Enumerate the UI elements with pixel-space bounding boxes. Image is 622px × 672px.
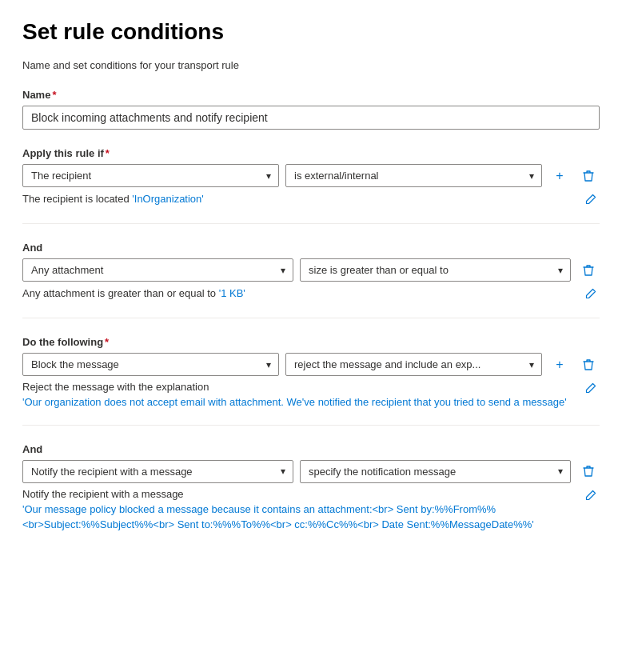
divider-3 (22, 425, 600, 426)
apply-rule-desc-text: The recipient is located 'InOrganization… (22, 193, 204, 205)
page-title: Set rule conditions (22, 19, 600, 45)
do-following-edit-button[interactable] (582, 381, 600, 398)
apply-rule-section: Apply this rule if* The recipient The se… (22, 147, 600, 209)
and1-condition2-wrapper: size is greater than or equal to size is… (300, 258, 571, 282)
and1-section: And Any attachment The recipient The sen… (22, 242, 600, 303)
do-following-delete-icon-svg (583, 358, 594, 371)
apply-rule-condition1-wrapper: The recipient The sender Any attachment … (22, 164, 279, 187)
and1-condition2-select[interactable]: size is greater than or equal to size is… (300, 258, 571, 282)
and2-edit-button[interactable] (582, 488, 600, 505)
do-following-add-button[interactable]: + (548, 354, 571, 376)
name-section: Name* (22, 89, 600, 130)
and2-condition1-wrapper: Notify the recipient with a message Noti… (22, 460, 293, 483)
and2-delete-icon-svg (583, 465, 594, 478)
name-label: Name (22, 89, 50, 101)
apply-rule-required: * (106, 147, 110, 159)
do-following-desc-label: Reject the message with the explanation (22, 381, 582, 393)
delete-icon-svg (583, 170, 594, 182)
do-following-section: Do the following* Block the message Redi… (22, 336, 600, 410)
do-following-description: Reject the message with the explanation … (22, 381, 600, 410)
apply-rule-label: Apply this rule if (22, 147, 104, 159)
do-following-required: * (105, 336, 109, 348)
and1-delete-button[interactable] (577, 259, 600, 282)
and2-edit-icon-svg (585, 490, 596, 501)
and2-section: And Notify the recipient with a message … (22, 443, 600, 533)
divider-1 (22, 223, 600, 224)
do-following-condition2-select[interactable]: reject the message and include an exp...… (285, 353, 542, 376)
and2-description: Notify the recipient with a message 'Our… (22, 488, 600, 533)
do-following-condition1-select[interactable]: Block the message Redirect the message A… (22, 353, 279, 376)
and1-delete-icon-svg (583, 264, 594, 277)
and1-controls: Any attachment The recipient The sender … (22, 258, 600, 282)
and1-label: And (22, 242, 600, 254)
edit-icon-svg (585, 194, 596, 205)
and1-condition1-select[interactable]: Any attachment The recipient The sender … (22, 258, 293, 282)
and1-desc-link[interactable]: '1 KB' (219, 287, 245, 299)
apply-rule-condition2-select[interactable]: is external/internal is contains matches… (285, 164, 542, 187)
and2-desc-label: Notify the recipient with a message (22, 488, 582, 500)
divider-2 (22, 318, 600, 318)
and2-condition2-wrapper: specify the notification message (300, 460, 571, 483)
apply-rule-edit-button[interactable] (582, 192, 600, 209)
and2-desc-link[interactable]: 'Our message policy blocked a message be… (22, 502, 582, 533)
apply-rule-add-button[interactable]: + (548, 165, 571, 187)
and2-delete-button[interactable] (577, 460, 600, 482)
and2-condition1-select[interactable]: Notify the recipient with a message Noti… (22, 460, 293, 483)
do-following-label: Do the following (22, 336, 103, 348)
and2-label: And (22, 443, 600, 455)
and1-description: Any attachment is greater than or equal … (22, 286, 600, 303)
apply-rule-desc-link[interactable]: 'InOrganization' (132, 193, 204, 205)
and2-controls: Notify the recipient with a message Noti… (22, 460, 600, 483)
and2-condition2-select[interactable]: specify the notification message (300, 460, 571, 483)
and1-desc-text: Any attachment is greater than or equal … (22, 287, 245, 299)
do-following-condition2-wrapper: reject the message and include an exp...… (285, 353, 542, 376)
do-following-edit-icon-svg (585, 382, 596, 394)
apply-rule-delete-button[interactable] (577, 165, 600, 187)
and1-edit-button[interactable] (582, 286, 600, 303)
do-following-delete-button[interactable] (577, 354, 600, 376)
page-subtitle: Name and set conditions for your transpo… (22, 59, 600, 71)
apply-rule-condition2-wrapper: is external/internal is contains matches… (285, 164, 542, 187)
apply-rule-condition1-select[interactable]: The recipient The sender Any attachment … (22, 164, 279, 187)
and1-condition1-wrapper: Any attachment The recipient The sender … (22, 258, 293, 282)
do-following-condition1-wrapper: Block the message Redirect the message A… (22, 353, 279, 376)
name-required: * (52, 89, 56, 101)
apply-rule-description: The recipient is located 'InOrganization… (22, 192, 600, 209)
apply-rule-controls: The recipient The sender Any attachment … (22, 164, 600, 187)
and1-edit-icon-svg (585, 288, 596, 299)
name-input[interactable] (22, 106, 600, 130)
do-following-controls: Block the message Redirect the message A… (22, 353, 600, 376)
do-following-desc-link[interactable]: 'Our organization does not accept email … (22, 394, 582, 410)
